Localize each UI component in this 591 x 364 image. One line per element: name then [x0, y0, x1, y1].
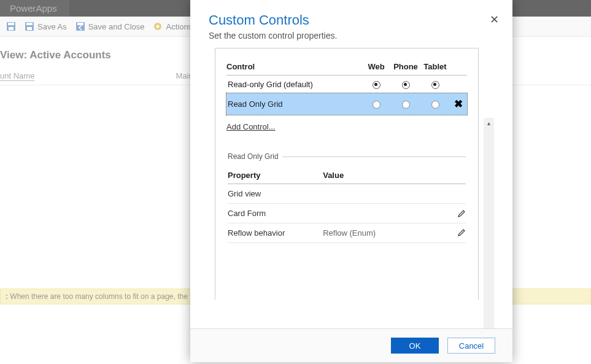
- save-close-icon: [75, 21, 85, 31]
- col-phone: Phone: [391, 60, 420, 76]
- dialog-footer: OK Cancel: [190, 328, 512, 362]
- save-as-label: Save As: [37, 22, 67, 31]
- properties-panel: Read Only Grid Property Value Grid view: [228, 152, 466, 243]
- svg-rect-1: [8, 23, 14, 25]
- controls-table: Control Web Phone Tablet Read-only Grid …: [226, 60, 467, 115]
- radio-phone-readonly[interactable]: [402, 101, 410, 109]
- scroll-up-icon[interactable]: ▴: [484, 118, 494, 128]
- save-close-label: Save and Close: [88, 22, 145, 31]
- radio-phone-default[interactable]: [402, 81, 410, 89]
- pencil-icon: [457, 228, 466, 237]
- svg-rect-5: [27, 27, 32, 30]
- col-control: Control: [226, 60, 361, 76]
- radio-web-default[interactable]: [373, 81, 380, 89]
- brand-label: PowerApps: [0, 0, 69, 17]
- actions-label: Actions: [166, 22, 192, 31]
- property-row: Grid view: [228, 184, 466, 204]
- vertical-scrollbar[interactable]: ▴ ▾: [484, 118, 494, 328]
- col-property: Property: [228, 167, 323, 184]
- close-button[interactable]: ✕: [488, 14, 500, 26]
- close-icon: ✕: [490, 13, 499, 26]
- col-tablet: Tablet: [420, 60, 450, 76]
- control-name: Read Only Grid: [226, 93, 361, 115]
- col-value: Value: [323, 167, 466, 184]
- save-as-button[interactable]: Save As: [25, 21, 67, 31]
- dialog-subtitle: Set the custom control properties.: [209, 31, 494, 41]
- control-row-selected[interactable]: Read Only Grid ✖: [226, 93, 467, 115]
- control-row-default[interactable]: Read-only Grid (default): [226, 76, 467, 94]
- properties-legend: Read Only Grid: [228, 152, 282, 161]
- radio-tablet-readonly[interactable]: [431, 101, 439, 109]
- control-name: Read-only Grid (default): [226, 76, 361, 94]
- col-web: Web: [361, 60, 391, 76]
- property-name: Grid view: [228, 184, 323, 204]
- column-header-name[interactable]: unt Name: [0, 71, 34, 81]
- property-name: Card Form: [228, 204, 323, 223]
- actions-icon: [153, 21, 163, 31]
- edit-property-button[interactable]: [457, 228, 466, 237]
- save-button[interactable]: [6, 21, 16, 31]
- save-and-close-button[interactable]: Save and Close: [75, 21, 145, 31]
- dialog-body: Control Web Phone Tablet Read-only Grid …: [215, 48, 479, 300]
- property-value: Reflow (Enum): [323, 228, 376, 238]
- pencil-icon: [457, 209, 466, 218]
- property-row: Card Form: [228, 204, 466, 223]
- svg-rect-2: [9, 27, 14, 30]
- radio-web-readonly[interactable]: [373, 101, 380, 109]
- save-icon: [6, 21, 16, 31]
- add-control-link[interactable]: Add Control...: [226, 122, 276, 131]
- property-name: Reflow behavior: [228, 223, 323, 243]
- ok-button[interactable]: OK: [391, 338, 439, 354]
- svg-rect-7: [77, 23, 83, 25]
- property-row: Reflow behavior Reflow (Enum): [228, 223, 466, 243]
- cancel-button[interactable]: Cancel: [447, 338, 495, 354]
- edit-property-button[interactable]: [457, 209, 466, 218]
- radio-tablet-default[interactable]: [431, 81, 439, 89]
- svg-rect-4: [26, 23, 33, 25]
- dialog-title: Custom Controls: [209, 12, 494, 28]
- property-value: [323, 184, 466, 204]
- custom-controls-dialog: Custom Controls Set the custom control p…: [190, 0, 512, 362]
- remove-control-button[interactable]: ✖: [454, 98, 463, 110]
- save-as-icon: [25, 21, 34, 31]
